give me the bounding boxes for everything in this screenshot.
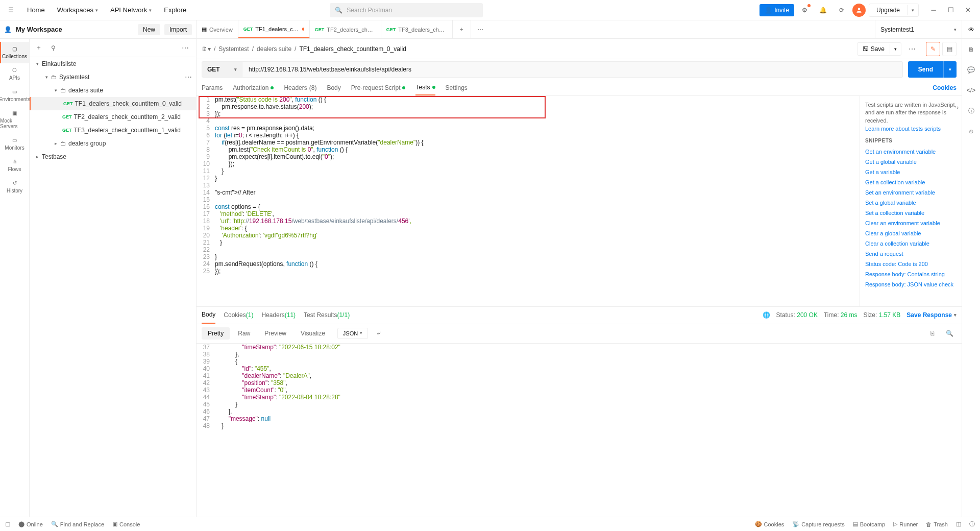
nav-explore[interactable]: Explore <box>159 3 191 17</box>
request-more-icon[interactable]: ⋯ <box>904 45 920 53</box>
save-response-button[interactable]: Save Response▾ <box>906 311 957 319</box>
sb-online[interactable]: ⬤Online <box>18 521 43 527</box>
view-preview-button[interactable]: Preview <box>258 327 292 340</box>
create-button[interactable]: ＋ <box>33 42 45 54</box>
leftcol-collections[interactable]: ▢Collections <box>0 42 29 63</box>
snippet-item[interactable]: Status code: Code is 200 <box>865 259 957 269</box>
snippet-item[interactable]: Clear a collection variable <box>865 238 957 249</box>
tree-folder[interactable]: ▾🗀dealers suite <box>30 84 196 97</box>
url-input[interactable]: http://192.168.178.15/web/testbase/einka… <box>242 61 903 78</box>
sync-icon[interactable]: ⟳ <box>834 3 849 18</box>
environment-quicklook-icon[interactable]: 👁 <box>962 20 980 38</box>
sidebar-more-icon[interactable]: ⋯ <box>178 44 193 52</box>
tab-more-button[interactable]: ⋯ <box>471 20 489 38</box>
tab-body[interactable]: Body <box>327 80 340 95</box>
code-snippet-icon[interactable]: </> <box>965 84 978 97</box>
tab-params[interactable]: Params <box>202 80 223 95</box>
sb-console[interactable]: ▣Console <box>112 521 140 527</box>
view-pretty-button[interactable]: Pretty <box>202 327 230 340</box>
format-selector[interactable]: JSON▾ <box>337 328 368 339</box>
crumb[interactable]: Systemtest <box>218 45 249 53</box>
notifications-icon[interactable]: 🔔 <box>816 3 831 18</box>
snippet-item[interactable]: Response body: Contains string <box>865 269 957 279</box>
window-maximize[interactable]: ☐ <box>943 3 959 18</box>
snippet-item[interactable]: Set a collection variable <box>865 208 957 218</box>
workspace-name[interactable]: My Workspace <box>16 26 134 33</box>
leftcol-environments[interactable]: ▭Environments <box>0 85 29 106</box>
invite-button[interactable]: 👤Invite <box>760 4 794 16</box>
tab-request-3[interactable]: GETTF3_dealers_check_cou <box>381 20 453 38</box>
tree-folder[interactable]: ▸🗀dealers group <box>30 137 196 150</box>
snippet-item[interactable]: Set an environment variable <box>865 187 957 198</box>
environment-selector[interactable]: Systemtest1 ▾ <box>875 20 962 38</box>
search-response-icon[interactable]: 🔍 <box>942 326 957 341</box>
leftcol-apis[interactable]: ⎔APIs <box>0 63 29 85</box>
nav-workspaces[interactable]: Workspaces▾ <box>52 3 103 17</box>
window-close[interactable]: ✕ <box>961 3 976 18</box>
snippet-item[interactable]: Get an environment variable <box>865 147 957 157</box>
method-selector[interactable]: GET▾ <box>202 61 242 78</box>
sb-bootcamp[interactable]: ▤Bootcamp <box>853 520 886 528</box>
upgrade-chevron[interactable]: ▾ <box>907 5 918 15</box>
collapse-panel-icon[interactable]: › <box>957 104 959 110</box>
wrap-icon[interactable]: ⤶ <box>370 327 387 340</box>
network-icon[interactable]: 🌐 <box>763 311 770 319</box>
resp-tab-tests[interactable]: Test Results (1/1) <box>304 307 350 324</box>
related-icon[interactable]: ⎋ <box>965 125 978 138</box>
snippet-item[interactable]: Get a variable <box>865 167 957 177</box>
tab-tests[interactable]: Tests <box>415 80 435 95</box>
tab-settings[interactable]: Settings <box>446 80 468 95</box>
save-chevron[interactable]: ▾ <box>890 44 901 54</box>
tab-overview[interactable]: ▦Overview <box>197 20 238 38</box>
documentation-icon[interactable]: 🗎 <box>965 43 978 56</box>
snippet-item[interactable]: Clear an environment variable <box>865 218 957 228</box>
menu-icon[interactable]: ☰ <box>4 4 18 17</box>
search-input[interactable]: 🔍 Search Postman <box>330 3 483 17</box>
save-button[interactable]: 🖫Save <box>857 43 890 55</box>
leftcol-monitors[interactable]: ▭Monitors <box>0 133 29 155</box>
snippet-item[interactable]: Set a global variable <box>865 198 957 208</box>
new-button[interactable]: New <box>138 24 160 35</box>
view-visualize-button[interactable]: Visualize <box>295 327 331 340</box>
tab-request-1[interactable]: GETTF1_dealers_check_cou <box>238 20 310 38</box>
sidebar-filter-input[interactable] <box>61 41 176 55</box>
item-more-icon[interactable]: ⋯ <box>181 73 196 81</box>
leftcol-flows[interactable]: ⋔Flows <box>0 155 29 176</box>
send-chevron[interactable]: ▾ <box>943 61 957 78</box>
tree-folder[interactable]: ▾🗀Systemtest⋯ <box>30 70 196 84</box>
edit-icon[interactable]: ✎ <box>926 42 940 56</box>
sb-twopane-icon[interactable]: ◫ <box>956 520 961 528</box>
nav-home[interactable]: Home <box>22 3 50 17</box>
snippet-item[interactable]: Get a collection variable <box>865 177 957 187</box>
tree-collection[interactable]: ▸Testbase <box>30 150 196 163</box>
sb-find-replace[interactable]: 🔍Find and Replace <box>51 521 104 527</box>
upgrade-button[interactable]: Upgrade <box>869 4 907 16</box>
resp-tab-body[interactable]: Body <box>202 307 215 324</box>
view-raw-button[interactable]: Raw <box>232 327 256 340</box>
sb-sidebar-toggle[interactable]: ▢ <box>5 521 10 527</box>
crumb[interactable]: dealers suite <box>257 45 291 53</box>
snippet-item[interactable]: Get a global variable <box>865 157 957 167</box>
import-button[interactable]: Import <box>164 24 192 35</box>
window-minimize[interactable]: ─ <box>926 3 941 18</box>
copy-icon[interactable]: ⎘ <box>925 326 939 341</box>
code-editor[interactable]: 1pm.test("Status code is 200", function … <box>197 96 860 306</box>
filter-icon[interactable]: ⚲ <box>47 42 59 54</box>
leftcol-mock-servers[interactable]: ▣Mock Servers <box>0 106 29 133</box>
sb-runner[interactable]: ▷Runner <box>893 520 918 528</box>
resp-tab-headers[interactable]: Headers (11) <box>261 307 296 324</box>
tree-request[interactable]: GETTF1_dealers_check_countItem_0_valid <box>30 97 196 110</box>
tree-request[interactable]: GETTF2_dealers_check_countItem_2_valid <box>30 110 196 124</box>
cookies-link[interactable]: Cookies <box>933 84 957 91</box>
snippet-item[interactable]: Send a request <box>865 249 957 259</box>
tree-collection[interactable]: ▾Einkaufsliste <box>30 57 196 70</box>
comments-icon[interactable]: 💬 <box>965 63 978 77</box>
sb-capture[interactable]: 📡Capture requests <box>792 520 844 528</box>
snippet-item[interactable]: Response body: JSON value check <box>865 279 957 289</box>
resp-tab-cookies[interactable]: Cookies (1) <box>224 307 253 324</box>
sb-help-icon[interactable]: ⓘ <box>969 520 975 528</box>
send-button[interactable]: Send <box>908 61 943 78</box>
request-type-icon[interactable]: 🗎▾ <box>202 45 211 53</box>
tab-add-button[interactable]: ＋ <box>453 20 471 38</box>
tab-prerequest[interactable]: Pre-request Script <box>351 80 406 95</box>
